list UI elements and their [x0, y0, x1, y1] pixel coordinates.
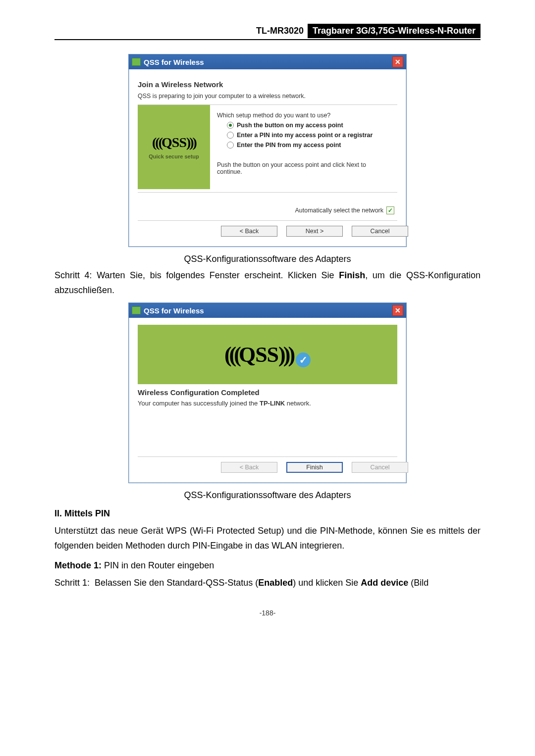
close-icon[interactable]: ✕ — [392, 56, 403, 67]
qss-dialog-join: QSS for Wireless ✕ Join a Wireless Netwo… — [128, 54, 407, 247]
radio-option-push[interactable]: Push the button on my access point — [227, 122, 392, 129]
checkmark-icon: ✓ — [296, 353, 311, 367]
next-button[interactable]: Next > — [286, 226, 343, 237]
app-icon — [132, 306, 141, 314]
step1-paragraph: Schritt 1: Belassen Sie den Standard-QSS… — [54, 576, 481, 591]
back-button: < Back — [221, 462, 277, 473]
cancel-button[interactable]: Cancel — [352, 226, 408, 237]
setup-question: Which setup method do you want to use? — [217, 112, 392, 119]
dialog-subtext: QSS is preparing to join your computer t… — [138, 93, 397, 100]
figure-caption-2: QSS-Konfigurationssoftware des Adapters — [54, 490, 481, 501]
radio-unselected-icon — [227, 132, 234, 139]
titlebar: QSS for Wireless ✕ — [129, 54, 406, 69]
step4-paragraph: Schritt 4: Warten Sie, bis folgendes Fen… — [54, 268, 481, 298]
sidebar-caption: Quick secure setup — [149, 153, 199, 159]
qss-dialog-complete: QSS for Wireless ✕ (((QSS))) ✓ Wireless … — [128, 302, 407, 483]
app-icon — [132, 58, 141, 66]
back-button[interactable]: < Back — [221, 226, 277, 237]
page-header: TL-MR3020 Tragbarer 3G/3,75G-Wireless-N-… — [54, 24, 481, 38]
titlebar: QSS for Wireless ✕ — [129, 303, 406, 318]
auto-select-checkbox[interactable]: ✓ — [386, 206, 394, 214]
header-underline — [54, 39, 481, 40]
pin-paragraph: Unterstützt das neue Gerät WPS (Wi-Fi Pr… — [54, 524, 481, 553]
radio-option-enter-pin[interactable]: Enter a PIN into my access point or a re… — [227, 132, 392, 139]
complete-heading: Wireless Configuration Completed — [138, 388, 397, 397]
titlebar-text: QSS for Wireless — [144, 306, 204, 315]
complete-body: Your computer has successfully joined th… — [138, 400, 397, 407]
qss-logo: (((QSS))) — [152, 135, 196, 151]
sidebar-panel: (((QSS))) Quick secure setup — [138, 105, 210, 189]
radio-unselected-icon — [227, 142, 234, 149]
model-label: TL-MR3020 — [252, 24, 308, 38]
radio-option-from-ap[interactable]: Enter the PIN from my access point — [227, 142, 392, 149]
figure-caption-1: QSS-Konfigurationssoftware des Adapters — [54, 254, 481, 264]
auto-select-label: Automatically select the network — [295, 207, 383, 214]
page-number: -188- — [54, 609, 481, 617]
section-title-pin: II. Mittels PIN — [54, 508, 481, 519]
cancel-button: Cancel — [352, 462, 408, 473]
product-title: Tragbarer 3G/3,75G-Wireless-N-Router — [308, 24, 481, 38]
finish-button[interactable]: Finish — [286, 462, 343, 473]
radio-selected-icon — [227, 122, 234, 129]
close-icon[interactable]: ✕ — [392, 305, 403, 316]
qss-logo-large: (((QSS))) ✓ — [224, 342, 311, 367]
dialog-heading: Join a Wireless Network — [138, 80, 397, 89]
instruction-text: Push the button on your access point and… — [217, 161, 392, 175]
titlebar-text: QSS for Wireless — [144, 58, 204, 66]
success-banner: (((QSS))) ✓ — [138, 325, 397, 384]
method1-line: Methode 1: PIN in den Router eingeben — [54, 560, 481, 571]
